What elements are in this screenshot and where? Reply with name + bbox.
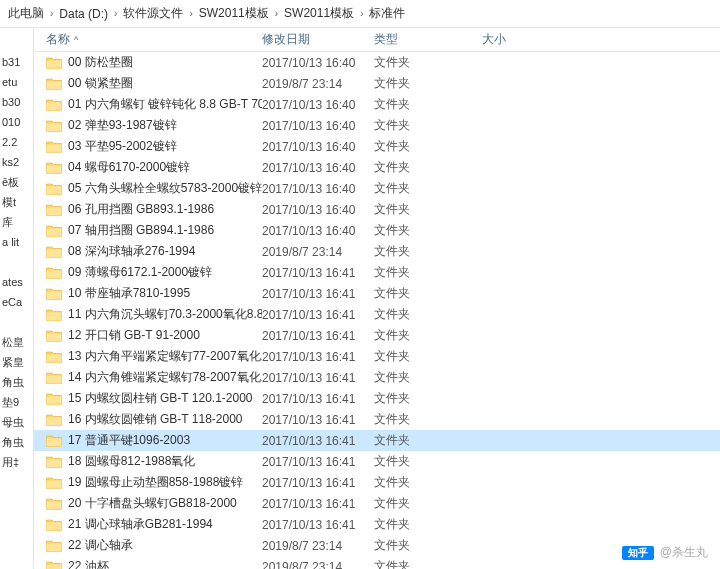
file-row[interactable]: 20 十字槽盘头螺钉GB818-20002017/10/13 16:41文件夹	[34, 493, 720, 514]
column-header-size[interactable]: 大小	[482, 31, 582, 48]
sidebar-item[interactable]: 010	[0, 112, 33, 132]
file-row[interactable]: 17 普通平键1096-20032017/10/13 16:41文件夹	[34, 430, 720, 451]
breadcrumb-segment[interactable]: SW2011模板	[284, 5, 354, 22]
file-type-cell: 文件夹	[374, 75, 482, 92]
file-name-cell[interactable]: 08 深沟球轴承276-1994	[34, 243, 262, 260]
column-header-name[interactable]: 名称 ^	[34, 31, 262, 48]
file-name-label: 17 普通平键1096-2003	[68, 432, 190, 449]
file-name-cell[interactable]: 06 孔用挡圈 GB893.1-1986	[34, 201, 262, 218]
sidebar-item[interactable]: 2.2	[0, 132, 33, 152]
file-type-cell: 文件夹	[374, 348, 482, 365]
file-name-cell[interactable]: 05 六角头螺栓全螺纹5783-2000镀锌8.8	[34, 180, 262, 197]
sidebar-item[interactable]: a lit	[0, 232, 33, 252]
sidebar-item[interactable]: b30	[0, 92, 33, 112]
column-header-row[interactable]: 名称 ^ 修改日期 类型 大小	[34, 28, 720, 52]
file-type-cell: 文件夹	[374, 453, 482, 470]
file-row[interactable]: 12 开口销 GB-T 91-20002017/10/13 16:41文件夹	[34, 325, 720, 346]
sidebar-item[interactable]: ks2	[0, 152, 33, 172]
sidebar-nav[interactable]: b31etub300102.2ks2ē板模t库a litateseCa松皇紧皇角…	[0, 28, 34, 569]
breadcrumb-segment[interactable]: 此电脑	[8, 5, 44, 22]
file-name-cell[interactable]: 00 锁紧垫圈	[34, 75, 262, 92]
file-row[interactable]: 02 弹垫93-1987镀锌2017/10/13 16:40文件夹	[34, 115, 720, 136]
file-row[interactable]: 05 六角头螺栓全螺纹5783-2000镀锌8.82017/10/13 16:4…	[34, 178, 720, 199]
file-name-cell[interactable]: 02 弹垫93-1987镀锌	[34, 117, 262, 134]
file-name-cell[interactable]: 00 防松垫圈	[34, 54, 262, 71]
sidebar-item[interactable]: ē板	[0, 172, 33, 192]
file-type-cell: 文件夹	[374, 537, 482, 554]
breadcrumb-segment[interactable]: 标准件	[369, 5, 405, 22]
file-name-cell[interactable]: 20 十字槽盘头螺钉GB818-2000	[34, 495, 262, 512]
file-name-cell[interactable]: 16 内螺纹圆锥销 GB-T 118-2000	[34, 411, 262, 428]
column-header-type[interactable]: 类型	[374, 31, 482, 48]
sidebar-item[interactable]: 用‡	[0, 452, 33, 472]
file-row[interactable]: 22 调心轴承2019/8/7 23:14文件夹	[34, 535, 720, 556]
sidebar-item[interactable]: eCa	[0, 292, 33, 312]
file-date-cell: 2017/10/13 16:40	[262, 140, 374, 154]
file-name-cell[interactable]: 07 轴用挡圈 GB894.1-1986	[34, 222, 262, 239]
file-date-cell: 2017/10/13 16:40	[262, 98, 374, 112]
column-header-date[interactable]: 修改日期	[262, 31, 374, 48]
breadcrumb-segment[interactable]: 软件源文件	[123, 5, 183, 22]
file-name-cell[interactable]: 10 带座轴承7810-1995	[34, 285, 262, 302]
sidebar-item[interactable]: 角虫	[0, 372, 33, 392]
file-name-cell[interactable]: 22 调心轴承	[34, 537, 262, 554]
file-list[interactable]: 00 防松垫圈2017/10/13 16:40文件夹00 锁紧垫圈2019/8/…	[34, 52, 720, 569]
file-row[interactable]: 06 孔用挡圈 GB893.1-19862017/10/13 16:40文件夹	[34, 199, 720, 220]
sidebar-item[interactable]: 角虫	[0, 432, 33, 452]
file-row[interactable]: 07 轴用挡圈 GB894.1-19862017/10/13 16:40文件夹	[34, 220, 720, 241]
file-name-cell[interactable]: 03 平垫95-2002镀锌	[34, 138, 262, 155]
file-row[interactable]: 16 内螺纹圆锥销 GB-T 118-20002017/10/13 16:41文…	[34, 409, 720, 430]
file-row[interactable]: 10 带座轴承7810-19952017/10/13 16:41文件夹	[34, 283, 720, 304]
sidebar-item[interactable]: 母虫	[0, 412, 33, 432]
file-row[interactable]: 18 圆螺母812-1988氧化2017/10/13 16:41文件夹	[34, 451, 720, 472]
sidebar-item[interactable]: 库	[0, 212, 33, 232]
sidebar-item[interactable]	[0, 312, 33, 332]
file-row[interactable]: 03 平垫95-2002镀锌2017/10/13 16:40文件夹	[34, 136, 720, 157]
file-name-cell[interactable]: 13 内六角平端紧定螺钉77-2007氧化12.9	[34, 348, 262, 365]
sidebar-item[interactable]: 松皇	[0, 332, 33, 352]
breadcrumb-segment[interactable]: SW2011模板	[199, 5, 269, 22]
file-name-cell[interactable]: 09 薄螺母6172.1-2000镀锌	[34, 264, 262, 281]
file-name-cell[interactable]: 11 内六角沉头螺钉70.3-2000氧化8.8	[34, 306, 262, 323]
file-type-cell: 文件夹	[374, 411, 482, 428]
sidebar-item[interactable]: 模t	[0, 192, 33, 212]
file-row[interactable]: 04 螺母6170-2000镀锌2017/10/13 16:40文件夹	[34, 157, 720, 178]
file-name-cell[interactable]: 21 调心球轴承GB281-1994	[34, 516, 262, 533]
file-row[interactable]: 21 调心球轴承GB281-19942017/10/13 16:41文件夹	[34, 514, 720, 535]
file-name-label: 21 调心球轴承GB281-1994	[68, 516, 213, 533]
sidebar-item[interactable]: 紧皇	[0, 352, 33, 372]
file-name-cell[interactable]: 18 圆螺母812-1988氧化	[34, 453, 262, 470]
sidebar-item[interactable]: ates	[0, 272, 33, 292]
file-row[interactable]: 13 内六角平端紧定螺钉77-2007氧化12.92017/10/13 16:4…	[34, 346, 720, 367]
file-date-cell: 2017/10/13 16:41	[262, 518, 374, 532]
file-row[interactable]: 09 薄螺母6172.1-2000镀锌2017/10/13 16:41文件夹	[34, 262, 720, 283]
breadcrumb-segment[interactable]: Data (D:)	[59, 7, 108, 21]
watermark: 知乎 @杀生丸	[622, 544, 708, 561]
file-name-cell[interactable]: 12 开口销 GB-T 91-2000	[34, 327, 262, 344]
sidebar-item[interactable]	[0, 252, 33, 272]
file-row[interactable]: 15 内螺纹圆柱销 GB-T 120.1-20002017/10/13 16:4…	[34, 388, 720, 409]
file-row[interactable]: 00 防松垫圈2017/10/13 16:40文件夹	[34, 52, 720, 73]
file-name-cell[interactable]: 19 圆螺母止动垫圈858-1988镀锌	[34, 474, 262, 491]
file-row[interactable]: 14 内六角锥端紧定螺钉78-2007氧化12.92017/10/13 16:4…	[34, 367, 720, 388]
file-name-cell[interactable]: 14 内六角锥端紧定螺钉78-2007氧化12.9	[34, 369, 262, 386]
file-name-cell[interactable]: 04 螺母6170-2000镀锌	[34, 159, 262, 176]
file-row[interactable]: 11 内六角沉头螺钉70.3-2000氧化8.82017/10/13 16:41…	[34, 304, 720, 325]
file-name-cell[interactable]: 17 普通平键1096-2003	[34, 432, 262, 449]
watermark-author: @杀生丸	[660, 544, 708, 561]
file-name-cell[interactable]: 22 油杯	[34, 558, 262, 569]
file-row[interactable]: 01 内六角螺钉 镀锌钝化 8.8 GB-T 70.1...2017/10/13…	[34, 94, 720, 115]
file-row[interactable]: 22 油杯2019/8/7 23:14文件夹	[34, 556, 720, 569]
file-name-cell[interactable]: 01 内六角螺钉 镀锌钝化 8.8 GB-T 70.1...	[34, 96, 262, 113]
sidebar-item[interactable]: etu	[0, 72, 33, 92]
folder-icon	[46, 560, 62, 569]
file-name-cell[interactable]: 15 内螺纹圆柱销 GB-T 120.1-2000	[34, 390, 262, 407]
sidebar-item[interactable]: b31	[0, 52, 33, 72]
chevron-right-icon: ›	[358, 8, 365, 19]
file-row[interactable]: 19 圆螺母止动垫圈858-1988镀锌2017/10/13 16:41文件夹	[34, 472, 720, 493]
breadcrumb[interactable]: 此电脑›Data (D:)›软件源文件›SW2011模板›SW2011模板›标准…	[0, 0, 720, 28]
sidebar-item[interactable]: 垫9	[0, 392, 33, 412]
file-row[interactable]: 00 锁紧垫圈2019/8/7 23:14文件夹	[34, 73, 720, 94]
file-row[interactable]: 08 深沟球轴承276-19942019/8/7 23:14文件夹	[34, 241, 720, 262]
file-date-cell: 2017/10/13 16:41	[262, 329, 374, 343]
